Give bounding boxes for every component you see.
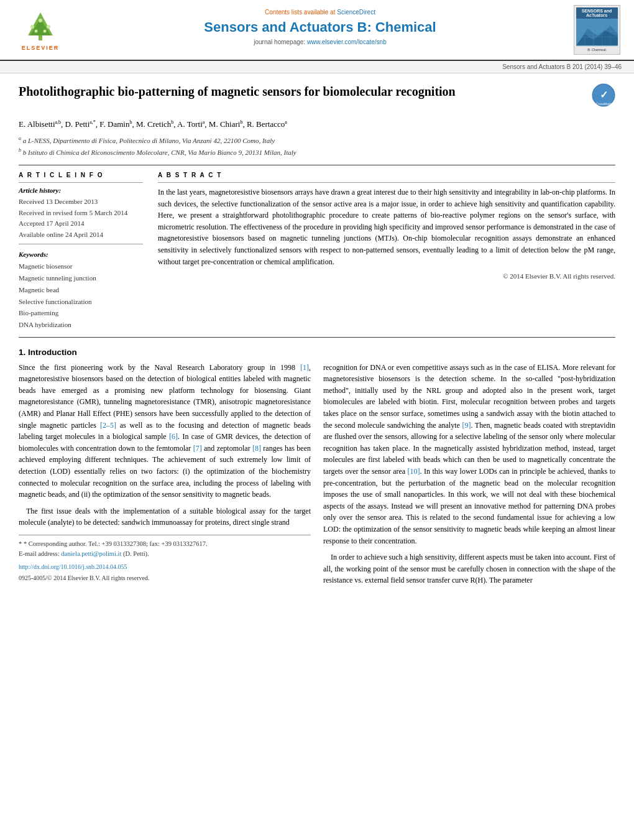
footnote-issn: 0925-4005/© 2014 Elsevier B.V. All right… <box>19 573 311 583</box>
abstract-copyright: © 2014 Elsevier B.V. All rights reserved… <box>158 272 615 280</box>
history-table: Received 13 December 2013 Received in re… <box>19 196 143 240</box>
journal-title: Sensors and Actuators B: Chemical <box>75 19 566 35</box>
keywords-list: Magnetic biosensor Magnetic tunneling ju… <box>19 261 143 330</box>
keyword-5: Bio-patterning <box>19 307 143 319</box>
footnote-email: E-mail address: daniela.petti@polimi.it … <box>19 549 311 559</box>
sciencedirect-line: Contents lists available at ScienceDirec… <box>75 9 566 16</box>
keyword-6: DNA hybridization <box>19 319 143 331</box>
svg-point-6 <box>35 29 38 32</box>
received-date: Received 13 December 2013 <box>19 196 143 208</box>
footnote-email-link[interactable]: daniela.petti@polimi.it <box>61 550 121 557</box>
journal-center: Contents lists available at ScienceDirec… <box>75 5 566 60</box>
elsevier-logo: ELSEVIER <box>12 5 68 60</box>
abstract-text: In the last years, magnetoresistive bios… <box>158 187 615 267</box>
body-section: 1. Introduction Since the first pioneeri… <box>19 348 615 591</box>
crossmark-logo: ✓ CrossMark <box>592 83 615 109</box>
journal-header: ELSEVIER Contents lists available at Sci… <box>0 0 634 61</box>
sensors-logo: SENSORS andAcTuators B: Chemical <box>574 5 620 55</box>
body-para-1: Since the first pioneering work by the N… <box>19 362 311 501</box>
svg-point-4 <box>47 25 50 29</box>
body-para-2: The first issue deals with the implement… <box>19 505 311 528</box>
keyword-4: Selective functionalization <box>19 296 143 308</box>
footnote-section: * * Corresponding author. Tel.: +39 0313… <box>19 535 311 583</box>
keyword-2: Magnetic tunneling junction <box>19 272 143 284</box>
affil-a: a a L-NESS, Dipartimento di Fisica, Poli… <box>19 135 615 145</box>
abstract-col: A B S T R A C T In the last years, magne… <box>158 172 615 331</box>
divider-top <box>19 165 615 165</box>
revised-date: Received in revised form 5 March 2014 <box>19 208 143 219</box>
ref-7[interactable]: [7] <box>193 444 202 453</box>
info-divider <box>19 182 143 183</box>
elsevier-label: ELSEVIER <box>22 45 60 51</box>
svg-point-3 <box>30 25 34 29</box>
sciencedirect-link[interactable]: ScienceDirect <box>337 9 375 16</box>
ref-6[interactable]: [6] <box>169 432 178 441</box>
keywords-label: Keywords: <box>19 251 143 258</box>
svg-text:✓: ✓ <box>600 90 608 100</box>
info-abstract-section: A R T I C L E I N F O Article history: R… <box>19 172 615 331</box>
ref-8[interactable]: [8] <box>252 444 261 453</box>
keyword-3: Magnetic bead <box>19 284 143 296</box>
body-col-left: Since the first pioneering work by the N… <box>19 362 311 591</box>
article-info-heading: A R T I C L E I N F O <box>19 172 143 178</box>
homepage-link[interactable]: www.elsevier.com/locate/snb <box>307 39 387 45</box>
article-title: Photolithographic bio-patterning of magn… <box>19 83 592 99</box>
abstract-heading: A B S T R A C T <box>158 172 615 178</box>
svg-text:CrossMark: CrossMark <box>596 102 612 106</box>
article-info-col: A R T I C L E I N F O Article history: R… <box>19 172 143 331</box>
accepted-date: Accepted 17 April 2014 <box>19 218 143 229</box>
section1-body: Since the first pioneering work by the N… <box>19 362 615 591</box>
body-col-right: recognition for DNA or even competitive … <box>323 362 615 591</box>
sensors-logo-image <box>576 19 618 47</box>
main-content: Photolithographic bio-patterning of magn… <box>0 73 634 601</box>
footnote-corresponding: * * Corresponding author. Tel.: +39 0313… <box>19 539 311 549</box>
ref-9[interactable]: [9] <box>462 421 471 430</box>
footnote-doi: http://dx.doi.org/10.1016/j.snb.2014.04.… <box>19 562 311 572</box>
ref-1[interactable]: [1] <box>300 363 309 372</box>
body-para-right-2: In order to achieve such a high sensitiv… <box>323 552 615 586</box>
sensors-logo-header: SENSORS andAcTuators <box>576 7 618 19</box>
sensors-logo-box: SENSORS andAcTuators B: Chemical <box>572 5 622 60</box>
footnote-star: * <box>19 540 24 547</box>
ref-2-5[interactable]: [2–5] <box>100 421 116 430</box>
body-para-right-1: recognition for DNA or even competitive … <box>323 362 615 547</box>
article-history-label: Article history: <box>19 187 143 194</box>
article-title-section: Photolithographic bio-patterning of magn… <box>19 83 615 113</box>
sensors-logo-footer: B: Chemical <box>587 47 606 52</box>
divider-body <box>19 337 615 338</box>
abstract-divider <box>158 182 615 183</box>
affiliations: a a L-NESS, Dipartimento di Fisica, Poli… <box>19 135 615 157</box>
citation-bar: Sensors and Actuators B 201 (2014) 39–46 <box>0 61 634 73</box>
svg-point-7 <box>44 29 47 32</box>
authors: E. Albisettia,b, D. Pettia,*, F. Daminb,… <box>19 118 615 131</box>
journal-homepage: journal homepage: www.elsevier.com/locat… <box>75 39 566 45</box>
ref-10[interactable]: [10] <box>408 467 420 476</box>
doi-link[interactable]: http://dx.doi.org/10.1016/j.snb.2014.04.… <box>19 563 127 570</box>
svg-point-5 <box>39 19 42 22</box>
keyword-1: Magnetic biosensor <box>19 261 143 272</box>
affil-b: b b Istituto di Chimica del Riconoscimen… <box>19 147 615 157</box>
keywords-divider <box>19 244 143 244</box>
available-date: Available online 24 April 2014 <box>19 229 143 241</box>
section1-title: 1. Introduction <box>19 348 615 357</box>
